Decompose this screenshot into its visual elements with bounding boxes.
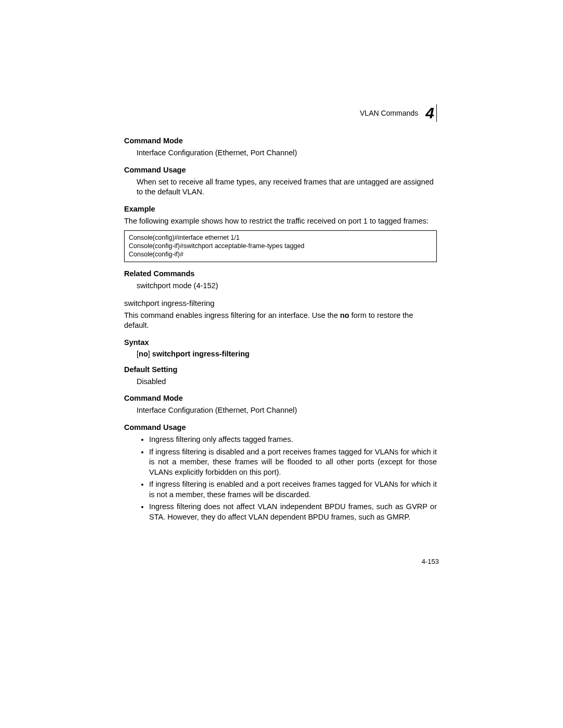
command-description: This command enables ingress filtering f…: [124, 311, 437, 331]
command-mode-heading-2: Command Mode: [124, 394, 437, 402]
related-commands-text: switchport mode (4-152): [137, 281, 437, 291]
page-header: VLAN Commands 4: [124, 104, 437, 122]
command-usage-heading-2: Command Usage: [124, 423, 437, 431]
page-content: VLAN Commands 4 Command Mode Interface C…: [124, 104, 437, 524]
syntax-command: switchport ingress-filtering: [152, 350, 250, 358]
syntax-bracket-close: ]: [148, 350, 152, 358]
list-item: If ingress filtering is disabled and a p…: [149, 447, 437, 478]
syntax-heading: Syntax: [124, 338, 437, 347]
default-setting-text: Disabled: [137, 377, 437, 387]
syntax-no: no: [139, 350, 148, 358]
code-example: Console(config)#interface ethernet 1/1 C…: [124, 230, 437, 262]
list-item: Ingress filtering does not affect VLAN i…: [149, 502, 437, 522]
example-text: The following example shows how to restr…: [124, 216, 437, 227]
cmd-desc-bold: no: [340, 311, 349, 319]
command-title: switchport ingress-filtering: [124, 299, 437, 307]
command-mode-heading: Command Mode: [124, 137, 437, 145]
list-item: If ingress filtering is enabled and a po…: [149, 479, 437, 500]
command-mode-text: Interface Configuration (Ethernet, Port …: [137, 148, 437, 158]
usage-bullet-list: Ingress filtering only affects tagged fr…: [124, 435, 437, 523]
header-title: VLAN Commands: [360, 109, 418, 117]
page-number: 4-153: [422, 558, 439, 565]
related-commands-heading: Related Commands: [124, 269, 437, 278]
command-mode-text-2: Interface Configuration (Ethernet, Port …: [137, 405, 437, 416]
command-usage-heading: Command Usage: [124, 166, 437, 174]
chapter-number: 4: [423, 104, 437, 122]
cmd-desc-part1: This command enables ingress filtering f…: [124, 311, 340, 319]
list-item: Ingress filtering only affects tagged fr…: [149, 435, 437, 445]
syntax-line: [no] switchport ingress-filtering: [137, 350, 437, 358]
default-setting-heading: Default Setting: [124, 365, 437, 374]
command-usage-text: When set to receive all frame types, any…: [137, 177, 437, 198]
example-heading: Example: [124, 205, 437, 213]
